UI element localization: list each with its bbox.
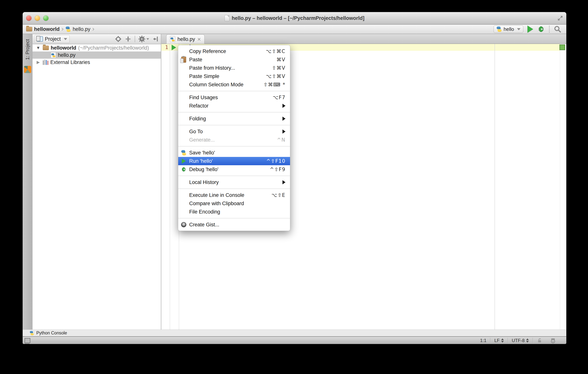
- search-everywhere-button[interactable]: [554, 25, 561, 33]
- editor-scrollbar[interactable]: [560, 44, 566, 330]
- run-line-icon[interactable]: [172, 45, 176, 50]
- inspection-status-square[interactable]: [559, 44, 565, 50]
- menu-separator: [178, 91, 290, 91]
- collapse-arrow-icon[interactable]: ▶: [36, 60, 41, 65]
- menu-item-create-gist[interactable]: Create Gist...: [178, 221, 290, 229]
- tree-row-file-selected[interactable]: hello.py: [32, 52, 161, 59]
- menu-item-folding[interactable]: Folding: [178, 115, 290, 123]
- menu-item-find-usages[interactable]: Find Usages⌥F7: [178, 93, 290, 102]
- chevron-down-icon: [147, 38, 149, 40]
- caret-position-widget[interactable]: 1:1: [476, 337, 490, 344]
- highlighting-level-widget[interactable]: [546, 337, 560, 344]
- run-icon: [182, 159, 186, 163]
- menu-item-save-hello[interactable]: Save 'hello': [178, 149, 290, 157]
- project-view-label: Project: [45, 36, 61, 42]
- python-file-icon: [65, 26, 71, 32]
- menu-separator: [178, 218, 290, 218]
- python-icon: [496, 26, 502, 32]
- toolwindow-toggle-icon[interactable]: [25, 338, 30, 343]
- menu-item-compare-with-clipboard[interactable]: Compare with Clipboard: [178, 199, 290, 208]
- breadcrumb-file[interactable]: hello.py: [65, 26, 90, 32]
- settings-gear-button[interactable]: [138, 36, 149, 43]
- breadcrumb: helloworld › hello.py ›: [23, 26, 94, 32]
- external-libraries-label: External Libraries: [50, 59, 90, 65]
- project-tool-window-button[interactable]: 1: Project: [23, 35, 32, 64]
- project-view-icon: [37, 36, 43, 42]
- status-bar: 1:1 LF UTF-8: [23, 336, 566, 344]
- editor-context-menu: Copy Reference⌥⇧⌘C Paste⌘V Paste from Hi…: [178, 45, 290, 231]
- run-toolbar: hello: [494, 25, 566, 33]
- title-bar[interactable]: hello.py – helloworld – [~/PycharmProjec…: [23, 12, 566, 25]
- breadcrumb-project[interactable]: helloworld: [26, 26, 60, 32]
- breadcrumb-file-label: hello.py: [73, 26, 90, 32]
- menu-item-copy-reference[interactable]: Copy Reference⌥⇧⌘C: [178, 47, 290, 55]
- menu-separator: [178, 146, 290, 147]
- project-view-select[interactable]: Project: [34, 35, 70, 43]
- python-console-button[interactable]: Python Console: [36, 331, 67, 336]
- submenu-arrow-icon: [283, 104, 285, 108]
- main-area: 1: Project Project: [23, 34, 566, 330]
- window-title-wrap: hello.py – helloworld – [~/PycharmProjec…: [23, 12, 566, 24]
- bottom-tool-window-bar: Python Console: [23, 330, 566, 336]
- debug-button[interactable]: [537, 25, 545, 33]
- menu-item-paste[interactable]: Paste⌘V: [178, 55, 290, 64]
- chevron-down-icon: [64, 38, 67, 40]
- tree-row-external-libraries[interactable]: ▶ External Libraries: [32, 59, 161, 66]
- pycharm-icon[interactable]: [24, 66, 31, 73]
- libraries-icon: [43, 60, 48, 65]
- menu-item-execute-line-in-console[interactable]: Execute Line in Console⌥⇧E: [178, 191, 290, 199]
- tool-window-stripe: 1: Project: [23, 34, 33, 330]
- run-button[interactable]: [527, 26, 533, 33]
- window-title: hello.py – helloworld – [~/PycharmProjec…: [232, 15, 364, 21]
- tab-hello-py[interactable]: hello.py ×: [166, 34, 205, 44]
- hide-panel-button[interactable]: [152, 36, 159, 42]
- locate-file-button[interactable]: [115, 36, 121, 42]
- close-tab-icon[interactable]: ×: [197, 36, 201, 42]
- fullscreen-icon[interactable]: [557, 15, 564, 21]
- menu-item-refactor[interactable]: Refactor: [178, 102, 290, 110]
- menu-item-local-history[interactable]: Local History: [178, 178, 290, 186]
- chevron-down-icon: [517, 28, 520, 30]
- folder-icon: [26, 27, 32, 32]
- line-number: 1: [163, 44, 168, 50]
- navigation-bar: helloworld › hello.py › hello: [23, 25, 566, 34]
- menu-item-generate: Generate...^N: [178, 136, 290, 144]
- menu-separator: [178, 189, 290, 189]
- paste-icon: [181, 57, 186, 63]
- menu-item-column-selection-mode[interactable]: Column Selection Mode⇧⌘⌨ *: [178, 80, 290, 89]
- tab-label: hello.py: [178, 36, 195, 42]
- collapse-all-button[interactable]: [125, 36, 131, 42]
- tree-row-root[interactable]: ▼ helloworld (~/PycharmProjects/hellowor…: [32, 44, 161, 52]
- run-configuration-select[interactable]: hello: [494, 25, 523, 33]
- python-icon: [181, 150, 186, 155]
- line-separator-widget[interactable]: LF: [491, 337, 508, 344]
- document-icon: [225, 15, 230, 21]
- debug-bug-icon: [178, 167, 189, 172]
- submenu-arrow-icon: [283, 180, 285, 184]
- github-gist-icon: [181, 222, 186, 227]
- menu-item-paste-simple[interactable]: Paste Simple⌥⇧⌘V: [178, 72, 290, 80]
- editor-gutter: 1: [161, 44, 179, 330]
- menu-item-go-to[interactable]: Go To: [178, 127, 290, 136]
- menu-item-file-encoding[interactable]: File Encoding: [178, 208, 290, 216]
- menu-item-debug-hello[interactable]: Debug 'hello'^⇧F9: [178, 165, 290, 173]
- menu-separator: [178, 176, 290, 176]
- readonly-lock-widget[interactable]: [533, 337, 546, 344]
- python-console-icon: [30, 331, 34, 335]
- menu-separator: [178, 125, 290, 125]
- toolbar-separator: [549, 26, 550, 32]
- expand-arrow-icon[interactable]: ▼: [36, 45, 41, 50]
- chevron-right-icon: ›: [92, 25, 94, 32]
- menu-item-run-hello[interactable]: Run 'hello'^⇧F10: [178, 157, 290, 165]
- chevron-right-icon: ›: [62, 25, 63, 32]
- editor-tab-strip: hello.py ×: [161, 34, 566, 44]
- run-configuration-label: hello: [504, 26, 514, 32]
- encoding-widget[interactable]: UTF-8: [508, 337, 533, 344]
- project-tree: ▼ helloworld (~/PycharmProjects/hellowor…: [32, 44, 161, 66]
- tree-root-path: (~/PycharmProjects/helloworld): [78, 45, 149, 51]
- menu-item-paste-from-history[interactable]: Paste from History...⇧⌘V: [178, 64, 290, 72]
- breadcrumb-project-label: helloworld: [34, 26, 60, 32]
- python-file-icon: [51, 52, 56, 58]
- menu-separator: [178, 112, 290, 112]
- pycharm-window: hello.py – helloworld – [~/PycharmProjec…: [23, 12, 566, 344]
